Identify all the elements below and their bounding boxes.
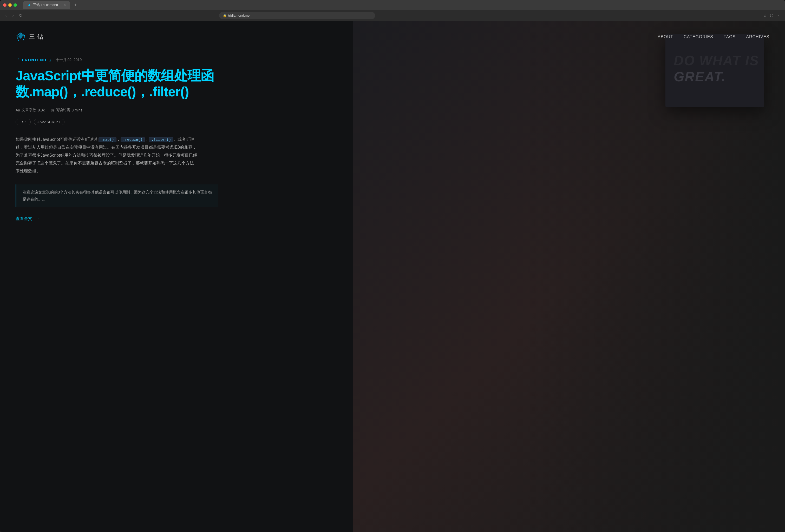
- site-nav: 三·钻 ABOUT CATEGORIES TAGS ARCHIVES: [0, 21, 785, 52]
- tab-label: 三钻 TriDiamond: [33, 3, 58, 7]
- post-title: JavaScript中更简便的数组处理函数.map()，.reduce()，.f…: [16, 68, 218, 100]
- tab-favicon-icon: ◆: [27, 3, 31, 7]
- hero-line1: DO WHAT IS: [674, 52, 759, 69]
- tag-javascript[interactable]: JAVASCRIPT: [34, 119, 65, 125]
- inline-code-map: .map(): [99, 137, 116, 142]
- reload-button[interactable]: ↻: [18, 12, 23, 19]
- address-bar[interactable]: 🔒 tridiamond.me: [219, 12, 375, 19]
- blockquote-text: 注意这遍文章说的的3个方法其实在很多其他语言都可以使用到，因为这几个方法和使用概…: [23, 189, 212, 203]
- post-date: 十一月 02, 2019: [56, 58, 82, 62]
- menu-button[interactable]: ⋮: [777, 13, 781, 18]
- category-bracket-close: 』: [49, 58, 53, 62]
- main-content: 『 FRONTEND 』 十一月 02, 2019 JavaScript中更简便…: [0, 52, 234, 237]
- read-time-label: 阅读约需: [56, 108, 70, 112]
- close-window-button[interactable]: [3, 3, 6, 7]
- browser-tab[interactable]: ◆ 三钻 TriDiamond ×: [23, 1, 70, 9]
- post-category-name[interactable]: FRONTEND: [22, 58, 47, 62]
- bookmark-button[interactable]: ☆: [763, 13, 767, 18]
- toolbar-actions: ☆ ⬡ ⋮: [763, 13, 781, 18]
- back-button[interactable]: ‹: [4, 11, 8, 20]
- word-count-value: 9.3k: [38, 108, 45, 112]
- inline-code-filter: .filter(): [149, 137, 173, 142]
- tag-es6[interactable]: ES6: [16, 119, 31, 125]
- read-more-label: 查看全文: [16, 216, 32, 221]
- inline-code-reduce: .reduce(): [121, 137, 145, 142]
- post-intro: 如果你刚接触JavaScript可能你还没有听说过 .map()，.reduce…: [16, 136, 198, 175]
- lock-icon: 🔒: [223, 14, 227, 18]
- browser-toolbar: ‹ › ↻ 🔒 tridiamond.me ☆ ⬡ ⋮: [0, 10, 785, 21]
- window-controls: [3, 3, 17, 7]
- page-content: DO WHAT IS GREAT. 三·钻 ABOUT CATEGORIES T…: [0, 21, 785, 532]
- read-more-arrow-icon: →: [35, 216, 40, 221]
- nav-links: ABOUT CATEGORIES TAGS ARCHIVES: [658, 34, 769, 39]
- browser-window: ◆ 三钻 TriDiamond × + ‹ › ↻ 🔒 tridiamond.m…: [0, 0, 785, 532]
- site-logo[interactable]: 三·钻: [16, 32, 44, 42]
- browser-titlebar: ◆ 三钻 TriDiamond × +: [0, 0, 785, 10]
- post-meta: Aa 文章字数 9.3k ◷ 阅读约需 8 mins.: [16, 108, 218, 112]
- url-text: tridiamond.me: [228, 14, 250, 18]
- word-count-icon: Aa: [16, 108, 20, 112]
- new-tab-button[interactable]: +: [74, 2, 77, 8]
- hero-background: DO WHAT IS GREAT.: [353, 21, 785, 532]
- forward-button[interactable]: ›: [11, 11, 15, 20]
- post-blockquote: 注意这遍文章说的的3个方法其实在很多其他语言都可以使用到，因为这几个方法和使用概…: [16, 184, 218, 207]
- tab-close-button[interactable]: ×: [64, 3, 66, 7]
- read-time-icon: ◷: [51, 108, 54, 112]
- word-count-label: 文章字数: [22, 108, 36, 112]
- logo-text: 三·钻: [29, 33, 44, 41]
- maximize-window-button[interactable]: [14, 3, 17, 7]
- category-bracket-open: 『: [16, 58, 20, 62]
- nav-link-about[interactable]: ABOUT: [658, 34, 673, 39]
- nav-link-categories[interactable]: CATEGORIES: [684, 34, 713, 39]
- nav-link-archives[interactable]: ARCHIVES: [746, 34, 769, 39]
- read-time-meta: ◷ 阅读约需 8 mins.: [51, 108, 83, 112]
- logo-diamond-icon: [16, 32, 26, 42]
- post-category-row: 『 FRONTEND 』 十一月 02, 2019: [16, 58, 218, 62]
- post-tags: ES6 JAVASCRIPT: [16, 119, 218, 125]
- read-more-link[interactable]: 查看全文 →: [16, 216, 218, 221]
- nav-link-tags[interactable]: TAGS: [724, 34, 736, 39]
- extension-button[interactable]: ⬡: [770, 13, 774, 18]
- word-count-meta: Aa 文章字数 9.3k: [16, 108, 45, 112]
- hero-monitor-text: DO WHAT IS GREAT.: [674, 52, 759, 85]
- hero-line2: GREAT.: [674, 69, 726, 84]
- read-time-value: 8 mins.: [72, 108, 83, 112]
- minimize-window-button[interactable]: [8, 3, 12, 7]
